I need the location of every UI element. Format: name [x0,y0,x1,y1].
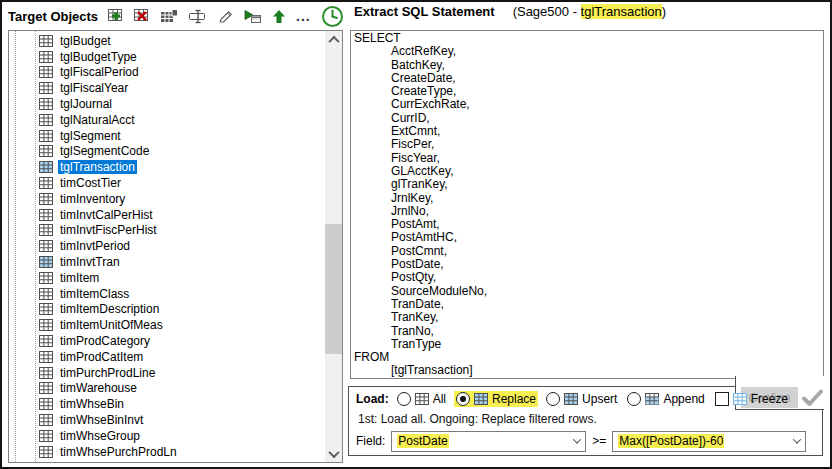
table-grid-icon [39,398,53,410]
target-objects-toolbar: ... [108,4,344,28]
sql-statement-editor[interactable]: SELECTAcctRefKey,BatchKey,CreateDate,Cre… [350,30,824,379]
table-grid-icon [39,272,53,284]
tree-item-timInvtFiscPerHist[interactable]: timInvtFiscPerHist [9,223,342,239]
scroll-thumb[interactable] [325,224,342,354]
table-grid-icon [39,288,53,300]
tree-item-tglBudget[interactable]: tglBudget [9,33,342,49]
tree-item-timProdCatItem[interactable]: timProdCatItem [9,349,342,365]
load-option-upsert[interactable]: Upsert [544,391,619,407]
tree-item-tglFiscalPeriod[interactable]: tglFiscalPeriod [9,65,342,81]
expression-value: Max([PostDate])-60 [618,434,724,448]
add-table-icon[interactable] [108,4,124,28]
chevron-down-icon [573,435,581,443]
tree-item-label: timItemUnitOfMeas [58,318,165,332]
tree-item-label: tglBudget [58,34,113,48]
table-grid-icon [39,303,53,315]
field-combobox[interactable]: PostDate [391,431,586,452]
tree-item-timCostTier[interactable]: timCostTier [9,175,342,191]
tree-item-label: timWhseGroup [58,429,142,443]
active-table-name: tglTransaction [581,4,662,19]
table-grid-icon [39,130,53,142]
tree-item-label: timWhseBin [58,397,126,411]
edit-pencil-icon[interactable] [218,4,233,28]
sql-line: PostQty, [354,271,823,284]
tree-item-label: timWhseBinInvt [58,413,145,427]
sql-line: TranNo, [354,325,823,338]
sql-line: PostAmt, [354,218,823,231]
expression-combobox[interactable]: Max([PostDate])-60 [612,431,806,452]
tree-item-timInventory[interactable]: timInventory [9,191,342,207]
target-objects-title: Target Objects [8,9,98,24]
tree-item-tglSegment[interactable]: tglSegment [9,128,342,144]
tree-item-timWhseBinInvt[interactable]: timWhseBinInvt [9,412,342,428]
tree-item-timWhsePurchProdLn[interactable]: timWhsePurchProdLn [9,444,342,460]
tree-item-label: tglBudgetType [58,50,139,64]
tree-item-timWhseBin[interactable]: timWhseBin [9,396,342,412]
tree-item-label: tglNaturalAcct [58,113,137,127]
sql-line: SourceModuleNo, [354,285,823,298]
tree-item-timInvtTran[interactable]: timInvtTran [9,254,342,270]
table-grid-icon [645,393,659,405]
tree-item-tglSegmentCode[interactable]: tglSegmentCode [9,144,342,160]
upload-icon[interactable] [272,4,286,28]
tree-item-timPurchProdLine[interactable]: timPurchProdLine [9,365,342,381]
tree-item-timItem[interactable]: timItem [9,270,342,286]
load-option-replace[interactable]: Replace [454,391,538,407]
rename-icon[interactable] [188,4,208,28]
tree-item-timItemUnitOfMeas[interactable]: timItemUnitOfMeas [9,317,342,333]
tree-item-label: timInvtTran [58,255,122,269]
table-grid-icon [39,446,53,458]
tree-item-label: timPurchProdLine [58,366,157,380]
tree-item-timWhseGroup[interactable]: timWhseGroup [9,428,342,444]
load-options-row: Load: AllReplaceUpsertAppendFreeze [356,389,790,409]
tree-item-label: timInventory [58,192,127,206]
chevron-down-icon [793,435,801,443]
tree-item-label: tglFiscalPeriod [58,65,141,79]
table-grid-icon [39,145,53,157]
tree-item-label: timInvtFiscPerHist [58,223,159,237]
tree-item-tglTransaction[interactable]: tglTransaction [9,159,342,175]
tree-item-timInvtCalPerHist[interactable]: timInvtCalPerHist [9,207,342,223]
sql-line: BatchKey, [354,59,823,72]
table-grid-icon [39,35,53,47]
load-option-freeze[interactable]: Freeze [713,391,790,407]
load-option-all[interactable]: All [395,391,448,407]
tree-item-tglNaturalAcct[interactable]: tglNaturalAcct [9,112,342,128]
tree-item-tglFiscalYear[interactable]: tglFiscalYear [9,80,342,96]
tree-item-timWarehouse[interactable]: timWarehouse [9,381,342,397]
all-radio [397,392,411,406]
scroll-down-button[interactable] [325,445,342,462]
sql-line: JrnlNo, [354,205,823,218]
sql-line: glTranKey, [354,178,823,191]
chevron-down-icon [328,446,339,457]
tree-item-tglBudgetType[interactable]: tglBudgetType [9,49,342,65]
table-grid-icon [39,335,53,347]
sql-line: ExtCmnt, [354,125,823,138]
delete-table-icon[interactable] [134,4,150,28]
tree-item-label: tglFiscalYear [58,81,130,95]
table-grid-icon [39,98,53,110]
run-icon[interactable] [243,4,262,28]
table-grid-icon [474,393,488,405]
object-tree-rows: tglBudgettglBudgetTypetglFiscalPeriodtgl… [9,31,342,460]
table-grid-icon [733,393,747,405]
load-option-label: Freeze [751,392,788,406]
tree-item-timItemClass[interactable]: timItemClass [9,286,342,302]
tree-item-timInvtPeriod[interactable]: timInvtPeriod [9,238,342,254]
sql-line: TranDate, [354,298,823,311]
sql-line: TranKey, [354,311,823,324]
connection-suffix: ) [662,4,666,19]
tree-item-tglJournal[interactable]: tglJournal [9,96,342,112]
tree-item-timItemDescription[interactable]: timItemDescription [9,302,342,318]
table-grid-icon [39,382,53,394]
load-option-append[interactable]: Append [625,391,706,407]
extract-sql-title: Extract SQL Statement [354,4,495,19]
more-ellipsis-icon[interactable]: ... [296,4,311,28]
scroll-up-button[interactable] [325,31,342,48]
tree-item-timProdCategory[interactable]: timProdCategory [9,333,342,349]
table-grid-icon [39,351,53,363]
copy-tables-icon[interactable] [160,4,178,28]
connection-info: (Sage500 - tglTransaction) [513,4,666,19]
schedule-clock-icon[interactable] [321,4,344,28]
tree-scrollbar[interactable] [325,31,342,462]
